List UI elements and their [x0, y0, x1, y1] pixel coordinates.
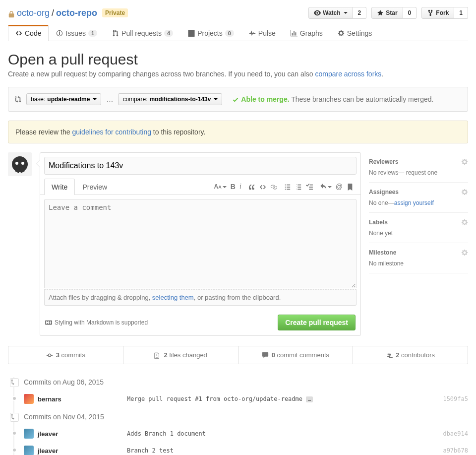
fork-button[interactable]: Fork — [421, 7, 454, 19]
visibility-badge: Private — [102, 8, 128, 17]
create-pr-button[interactable]: Create pull request — [278, 315, 356, 330]
repo-link[interactable]: octo-repo — [56, 8, 97, 18]
commit-row[interactable]: bernars Merge pull request #1 from octo-… — [24, 392, 468, 409]
graph-icon — [291, 30, 298, 37]
stats-files[interactable]: 2 files changed — [123, 346, 238, 364]
pulse-icon — [249, 30, 256, 37]
pr-form-box: Write Preview AA B i — [40, 152, 361, 336]
pr-title-input[interactable] — [44, 157, 357, 175]
reviewers-title: Reviewers — [369, 158, 398, 165]
page-description: Create a new pull request by comparing c… — [8, 70, 468, 78]
org-link[interactable]: octo-org — [17, 8, 50, 18]
star-icon — [377, 9, 384, 16]
assignees-text: No one—assign yourself — [369, 199, 468, 206]
commit-row[interactable]: jleaver Adds Branch 1 document dbae914 — [24, 427, 468, 444]
svg-point-3 — [21, 162, 24, 165]
contributing-warning: Please review the guidelines for contrib… — [8, 121, 468, 143]
tab-pulse[interactable]: Pulse — [241, 25, 283, 41]
commit-group-title: Commits on Nov 04, 2015 — [24, 409, 468, 427]
commit-message[interactable]: Merge pull request #1 from octo-org/upda… — [127, 395, 443, 402]
stats-bar: 3 commits 2 files changed 0 commit comme… — [8, 346, 468, 364]
commit-author[interactable]: jleaver — [38, 447, 127, 455]
commit-author[interactable]: bernars — [38, 395, 127, 403]
link-icon[interactable] — [270, 183, 277, 191]
commits-timeline: Commits on Aug 06, 2015 bernars Merge pu… — [8, 374, 468, 455]
avatar — [24, 429, 34, 439]
merge-status: Able to merge. — [241, 95, 289, 103]
commit-sha[interactable]: 1509fa5 — [443, 395, 468, 402]
tab-issues[interactable]: Issues1 — [49, 25, 105, 41]
italic-icon[interactable]: i — [239, 183, 241, 191]
people-icon — [386, 352, 393, 359]
stats-commits[interactable]: 3 commits — [8, 346, 123, 364]
comment-textarea[interactable] — [44, 199, 357, 288]
reviewers-text: No reviews— request one — [369, 169, 468, 176]
compare-forks-link[interactable]: compare across forks — [315, 70, 381, 78]
gear-icon[interactable] — [461, 249, 468, 256]
diff-icon — [154, 352, 161, 359]
watch-button[interactable]: Watch — [308, 7, 353, 19]
expand-message-button[interactable]: … — [306, 396, 313, 402]
merge-status-text: These branches can be automatically merg… — [291, 95, 433, 103]
commit-sha[interactable]: dbae914 — [443, 430, 468, 437]
tab-write[interactable]: Write — [44, 179, 75, 195]
eye-icon — [314, 9, 321, 16]
base-branch-button[interactable]: base: update-readme — [26, 93, 101, 105]
tab-graphs[interactable]: Graphs — [283, 25, 330, 41]
gear-icon[interactable] — [461, 219, 468, 226]
commit-message[interactable]: Adds Branch 1 document — [127, 430, 443, 437]
commit-sha[interactable]: a97b678 — [443, 447, 468, 454]
tab-projects[interactable]: Projects0 — [180, 25, 241, 41]
svg-point-2 — [15, 162, 18, 165]
ul-icon[interactable] — [284, 183, 291, 191]
gear-icon[interactable] — [461, 189, 468, 195]
page-title: Open a pull request — [8, 51, 468, 68]
labels-title: Labels — [369, 219, 388, 226]
markdown-hint[interactable]: Styling with Markdown is supported — [45, 319, 148, 326]
commit-row[interactable]: jleaver Branch 2 test a97b678 — [24, 444, 468, 455]
user-avatar — [8, 152, 32, 176]
quote-icon[interactable] — [248, 183, 255, 191]
markdown-icon — [45, 319, 52, 326]
watch-count[interactable]: 2 — [353, 7, 367, 19]
milestone-title: Milestone — [369, 249, 396, 256]
star-count[interactable]: 0 — [403, 7, 417, 19]
assign-yourself-link[interactable]: assign yourself — [394, 199, 434, 206]
commit-group-title: Commits on Aug 06, 2015 — [24, 374, 468, 392]
tasklist-icon[interactable] — [306, 183, 313, 191]
caret-down-icon — [344, 12, 348, 14]
code-icon — [15, 30, 22, 37]
tab-settings[interactable]: Settings — [330, 25, 380, 41]
pr-icon — [112, 30, 119, 37]
formatting-toolbar: AA B i @ — [214, 183, 357, 191]
compare-branch-button[interactable]: compare: modifications-to-143v — [118, 93, 222, 105]
stats-contributors[interactable]: 2 contributors — [353, 346, 468, 364]
code-icon[interactable] — [259, 183, 266, 191]
gear-icon[interactable] — [461, 158, 468, 165]
select-files-link[interactable]: selecting them — [152, 294, 194, 301]
project-icon — [188, 30, 195, 37]
tab-preview[interactable]: Preview — [75, 179, 115, 195]
tab-pulls[interactable]: Pull requests4 — [105, 25, 180, 41]
labels-text: None yet — [369, 230, 468, 237]
fork-count[interactable]: 1 — [454, 7, 468, 19]
star-button[interactable]: Star — [371, 7, 403, 19]
issue-icon — [56, 30, 63, 37]
fork-icon — [427, 9, 434, 16]
compare-icon — [14, 96, 21, 103]
attach-hint[interactable]: Attach files by dragging & dropping, sel… — [44, 289, 357, 306]
text-size-icon[interactable]: AA — [214, 183, 227, 190]
caret-down-icon — [214, 98, 218, 100]
stats-comments[interactable]: 0 commit comments — [238, 346, 353, 364]
comment-icon — [262, 352, 269, 359]
ol-icon[interactable] — [295, 183, 302, 191]
guidelines-link[interactable]: guidelines for contributing — [72, 128, 151, 136]
commit-author[interactable]: jleaver — [38, 430, 127, 438]
bold-icon[interactable]: B — [231, 183, 236, 191]
tab-code[interactable]: Code — [8, 25, 49, 41]
mention-icon[interactable]: @ — [336, 183, 343, 191]
reply-icon[interactable] — [320, 183, 332, 191]
bookmark-icon[interactable] — [347, 183, 354, 191]
commit-message[interactable]: Branch 2 test — [127, 447, 443, 454]
repo-header: octo-org / octo-repo Private Watch 2 Sta… — [8, 5, 468, 19]
